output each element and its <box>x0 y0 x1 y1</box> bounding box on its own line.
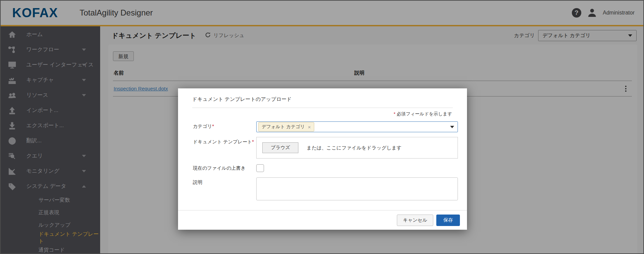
remove-tag-icon[interactable] <box>308 124 311 130</box>
browse-button[interactable]: ブラウズ <box>262 142 298 153</box>
required-fields-note: * 必須フィールドを示します <box>178 111 452 117</box>
required-marker: * <box>252 139 254 144</box>
dialog-title: ドキュメント テンプレートのアップロード <box>178 88 467 103</box>
required-note-text: 必須フィールドを示します <box>397 111 452 116</box>
category-field-row: カテゴリ* デフォルト カテゴリ <box>193 121 467 132</box>
drop-hint-text: または、ここにファイルをドラッグします <box>306 145 402 151</box>
file-dropzone[interactable]: ブラウズ または、ここにファイルをドラッグします <box>256 137 458 159</box>
description-field-row: 説明 <box>193 177 467 202</box>
save-button[interactable]: 保存 <box>436 215 460 226</box>
cancel-button[interactable]: キャンセル <box>397 215 433 226</box>
dialog-title-divider <box>192 108 453 108</box>
description-field-label: 説明 <box>193 177 256 202</box>
category-tag-label: デフォルト カテゴリ <box>262 124 305 130</box>
required-marker: * <box>212 123 214 129</box>
overwrite-field-row: 現在のファイルの上書き <box>193 164 467 173</box>
dialog-footer: キャンセル 保存 <box>178 210 467 230</box>
template-field-row: ドキュメント テンプレート* ブラウズ または、ここにファイルをドラッグします <box>193 137 467 159</box>
template-label-text: ドキュメント テンプレート <box>193 139 252 144</box>
kofax-totalagility-designer-window: KOFAX TotalAgility Designer Administrato… <box>0 0 644 254</box>
category-label-text: カテゴリ <box>193 123 212 129</box>
category-field-label: カテゴリ* <box>193 121 256 132</box>
template-field-label: ドキュメント テンプレート* <box>193 137 256 159</box>
overwrite-field-label: 現在のファイルの上書き <box>193 164 256 173</box>
chevron-down-icon <box>450 126 454 128</box>
category-combobox[interactable]: デフォルト カテゴリ <box>256 121 458 132</box>
overwrite-checkbox[interactable] <box>256 164 264 172</box>
required-marker: * <box>393 111 395 116</box>
upload-document-template-dialog: ドキュメント テンプレートのアップロード * 必須フィールドを示します カテゴリ… <box>178 88 467 230</box>
description-textarea[interactable] <box>256 177 458 200</box>
category-selected-tag: デフォルト カテゴリ <box>258 122 314 132</box>
